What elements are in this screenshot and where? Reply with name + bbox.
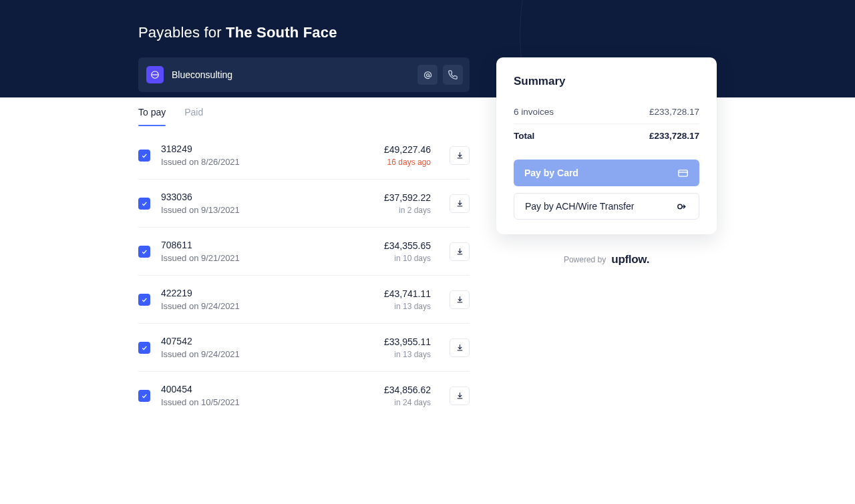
download-icon	[456, 151, 464, 160]
invoice-amount: £49,227.46	[384, 144, 431, 155]
credit-card-icon	[677, 168, 689, 179]
vendor-logo-icon	[150, 70, 160, 79]
download-invoice-button[interactable]	[450, 242, 470, 261]
invoice-issued: Issued on 9/21/2021	[161, 253, 373, 263]
invoice-checkbox[interactable]	[138, 390, 150, 402]
invoice-amount-col: £33,955.11in 13 days	[384, 336, 431, 359]
pay-by-wire-label: Pay by ACH/Wire Transfer	[525, 201, 670, 212]
download-invoice-button[interactable]	[450, 290, 470, 309]
invoice-checkbox[interactable]	[138, 198, 150, 210]
invoice-row: 933036Issued on 9/13/2021£37,592.22in 2 …	[138, 180, 470, 228]
invoice-issued: Issued on 8/26/2021	[161, 157, 373, 167]
invoice-row: 708611Issued on 9/21/2021£34,355.65in 10…	[138, 228, 470, 276]
tabs: To pay Paid	[138, 107, 470, 126]
powered-by: Powered by upflow.	[496, 253, 717, 266]
tab-paid[interactable]: Paid	[184, 107, 203, 125]
invoice-info: 318249Issued on 8/26/2021	[161, 144, 373, 167]
summary-total-label: Total	[514, 131, 534, 141]
invoice-amount: £43,741.11	[384, 288, 431, 299]
invoice-row: 318249Issued on 8/26/2021£49,227.4616 da…	[138, 132, 470, 180]
page-title-prefix: Payables for	[138, 24, 226, 41]
check-icon	[141, 248, 148, 255]
invoice-info: 407542Issued on 9/24/2021	[161, 336, 373, 359]
invoice-number: 400454	[161, 384, 373, 395]
invoice-number: 318249	[161, 144, 373, 154]
svg-point-11	[678, 204, 682, 208]
check-icon	[141, 393, 148, 399]
download-invoice-button[interactable]	[450, 387, 470, 405]
invoice-amount-col: £37,592.22in 2 days	[384, 192, 431, 215]
pay-by-wire-button[interactable]: Pay by ACH/Wire Transfer	[514, 193, 699, 220]
invoice-issued: Issued on 9/13/2021	[161, 205, 373, 215]
upflow-logo: upflow.	[611, 253, 649, 266]
page-title-company: The South Face	[226, 24, 337, 41]
vendor-card: Blueconsulting	[138, 57, 470, 92]
invoice-amount: £37,592.22	[384, 192, 431, 203]
email-vendor-button[interactable]	[417, 65, 438, 85]
download-icon	[456, 199, 464, 208]
download-invoice-button[interactable]	[450, 338, 470, 357]
invoice-amount-col: £34,856.62in 24 days	[384, 385, 431, 407]
invoice-checkbox[interactable]	[138, 294, 150, 306]
invoice-info: 708611Issued on 9/21/2021	[161, 240, 373, 263]
check-icon	[141, 296, 148, 303]
invoice-checkbox[interactable]	[138, 150, 150, 162]
download-icon	[456, 343, 464, 352]
phone-icon	[448, 70, 458, 80]
vendor-actions	[417, 65, 463, 85]
invoice-issued: Issued on 9/24/2021	[161, 301, 373, 311]
invoice-info: 422219Issued on 9/24/2021	[161, 288, 373, 311]
invoice-issued: Issued on 10/5/2021	[161, 397, 373, 407]
invoice-checkbox[interactable]	[138, 246, 150, 258]
invoice-amount: £34,856.62	[384, 385, 431, 395]
invoice-issued: Issued on 9/24/2021	[161, 349, 373, 359]
vendor-avatar	[146, 66, 164, 83]
summary-count-amount: £233,728.17	[649, 107, 699, 117]
page-title: Payables for The South Face	[138, 24, 717, 41]
download-icon	[456, 247, 464, 256]
invoice-row: 407542Issued on 9/24/2021£33,955.11in 13…	[138, 324, 470, 372]
summary-total-amount: £233,728.17	[649, 131, 699, 141]
invoice-info: 400454Issued on 10/5/2021	[161, 384, 373, 407]
download-icon	[456, 295, 464, 304]
download-icon	[456, 391, 464, 400]
powered-by-label: Powered by	[564, 255, 606, 264]
invoice-due: 16 days ago	[384, 158, 431, 167]
invoice-row: 400454Issued on 10/5/2021£34,856.62in 24…	[138, 372, 470, 419]
summary-count-label: 6 invoices	[514, 107, 554, 117]
check-icon	[141, 344, 148, 351]
pay-buttons: Pay by Card Pay by ACH/Wire Transfer	[514, 160, 699, 220]
invoice-row: 422219Issued on 9/24/2021£43,741.11in 13…	[138, 276, 470, 324]
summary-total-line: Total £233,728.17	[514, 124, 699, 148]
vendor-name: Blueconsulting	[172, 69, 409, 80]
call-vendor-button[interactable]	[443, 65, 463, 85]
invoice-amount: £33,955.11	[384, 336, 431, 347]
download-invoice-button[interactable]	[450, 146, 470, 165]
invoice-due: in 2 days	[384, 206, 431, 215]
pay-by-card-button[interactable]: Pay by Card	[514, 160, 699, 186]
invoice-due: in 24 days	[384, 398, 431, 407]
invoice-number: 708611	[161, 240, 373, 250]
invoice-due: in 13 days	[384, 302, 431, 311]
tab-to-pay[interactable]: To pay	[138, 107, 166, 125]
invoice-amount: £34,355.65	[384, 240, 431, 251]
invoice-checkbox[interactable]	[138, 342, 150, 354]
summary-subtotal-line: 6 invoices £233,728.17	[514, 100, 699, 124]
svg-rect-9	[679, 170, 687, 176]
download-invoice-button[interactable]	[450, 194, 470, 213]
invoice-list: 318249Issued on 8/26/2021£49,227.4616 da…	[138, 132, 470, 419]
invoice-amount-col: £43,741.11in 13 days	[384, 288, 431, 311]
invoice-info: 933036Issued on 9/13/2021	[161, 192, 373, 215]
summary-title: Summary	[514, 75, 699, 88]
invoice-amount-col: £34,355.65in 10 days	[384, 240, 431, 263]
at-sign-icon	[423, 70, 433, 80]
invoice-amount-col: £49,227.4616 days ago	[384, 144, 431, 167]
transfer-icon	[677, 201, 688, 212]
invoice-number: 407542	[161, 336, 373, 346]
check-icon	[141, 152, 148, 159]
invoice-number: 422219	[161, 288, 373, 298]
invoice-due: in 13 days	[384, 350, 431, 359]
invoice-number: 933036	[161, 192, 373, 202]
summary-card: Summary 6 invoices £233,728.17 Total £23…	[496, 57, 717, 234]
pay-by-card-label: Pay by Card	[524, 168, 671, 178]
